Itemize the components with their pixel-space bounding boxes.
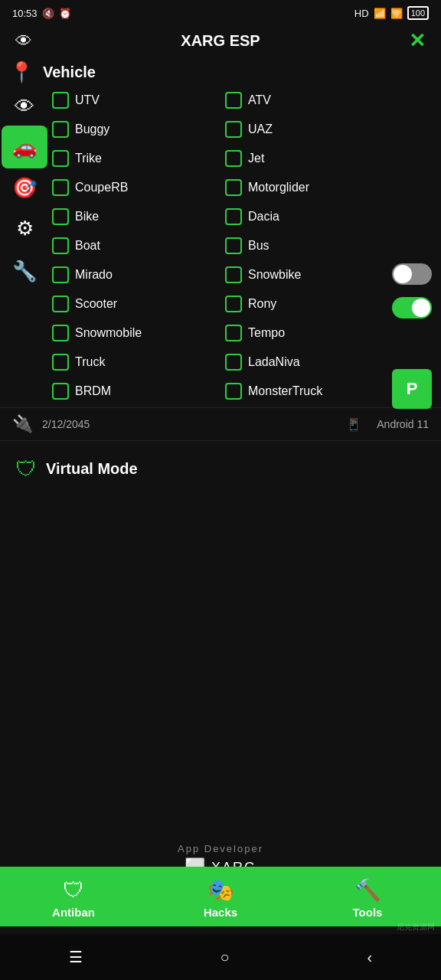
scooter-checkbox[interactable] bbox=[52, 296, 69, 312]
snowbike-checkbox[interactable] bbox=[225, 266, 242, 283]
shield-check-icon: 🛡 bbox=[15, 456, 37, 482]
list-item[interactable]: Jet bbox=[222, 145, 389, 172]
status-right: HD 📶 🛜 100 bbox=[354, 6, 429, 20]
status-left: 10:53 🔇 ⏰ bbox=[12, 8, 71, 19]
rony-label: Rony bbox=[248, 297, 276, 311]
trike-label: Trike bbox=[75, 152, 102, 165]
nav-item-tools[interactable]: 🔨 Tools bbox=[294, 867, 441, 926]
boat-checkbox[interactable] bbox=[52, 237, 69, 254]
p-button[interactable]: P bbox=[392, 369, 432, 409]
uaz-checkbox[interactable] bbox=[225, 121, 242, 138]
snowbike-toggle-container[interactable] bbox=[392, 297, 432, 318]
motorglider-checkbox[interactable] bbox=[225, 179, 242, 196]
monstertruck-checkbox[interactable] bbox=[225, 383, 242, 400]
snowbike-toggle[interactable] bbox=[392, 297, 432, 318]
location-icon: 📍 bbox=[9, 60, 34, 84]
mirado-checkbox[interactable] bbox=[52, 266, 69, 283]
left-info-text: 2/12/2045 bbox=[42, 418, 90, 430]
signal-icon: 📶 bbox=[374, 8, 386, 19]
bus-toggle-container[interactable] bbox=[392, 263, 432, 285]
wifi-icon: 🛜 bbox=[390, 8, 403, 19]
list-item[interactable]: UAZ bbox=[222, 116, 389, 142]
sidebar-item-target[interactable]: 🎯 bbox=[2, 168, 47, 207]
list-item[interactable]: Dacia bbox=[222, 204, 389, 230]
eye-header-icon[interactable]: 👁 bbox=[15, 31, 32, 51]
list-item[interactable]: Truck bbox=[49, 349, 216, 375]
vehicle-grid: UTV ATV Buggy UAZ Trike bbox=[49, 87, 389, 404]
vehicle-outer: 👁 🚗 🎯 ⚙ 🔧 UTV bbox=[0, 87, 441, 404]
dacia-checkbox[interactable] bbox=[225, 208, 242, 225]
bus-checkbox[interactable] bbox=[225, 237, 242, 254]
list-item[interactable]: LadaNiva bbox=[222, 349, 389, 375]
jet-label: Jet bbox=[248, 152, 264, 165]
list-item[interactable]: Rony bbox=[222, 291, 389, 317]
brdm-checkbox[interactable] bbox=[52, 383, 69, 400]
list-item[interactable]: Snowbike bbox=[222, 262, 389, 288]
list-item[interactable]: Buggy bbox=[49, 116, 216, 142]
bus-toggle[interactable] bbox=[392, 263, 432, 285]
list-item[interactable]: Trike bbox=[49, 145, 216, 172]
list-item[interactable]: Mirado bbox=[49, 262, 216, 288]
dacia-label: Dacia bbox=[248, 210, 279, 224]
home-button[interactable]: ○ bbox=[220, 949, 230, 966]
list-item[interactable]: MonsterTruck bbox=[222, 378, 389, 404]
sidebar-item-vehicle[interactable]: 🚗 bbox=[2, 126, 47, 168]
connection-icon: 🔌 bbox=[12, 414, 33, 434]
tempo-label: Tempo bbox=[248, 326, 285, 340]
snowbike-toggle-knob bbox=[412, 299, 430, 317]
hacks-icon: 🎭 bbox=[207, 877, 234, 903]
atv-label: ATV bbox=[248, 93, 271, 107]
couperb-checkbox[interactable] bbox=[52, 179, 69, 196]
target-icon: 🎯 bbox=[12, 176, 37, 200]
list-item[interactable]: Bike bbox=[49, 204, 216, 230]
bus-label: Bus bbox=[248, 239, 270, 253]
eye-sidebar-icon: 👁 bbox=[15, 95, 34, 119]
truck-label: Truck bbox=[75, 355, 105, 369]
list-item[interactable]: Scooter bbox=[49, 291, 216, 317]
list-item[interactable]: Boat bbox=[49, 233, 216, 259]
app-title: XARG ESP bbox=[32, 32, 409, 50]
list-item[interactable]: ATV bbox=[222, 87, 389, 113]
truck-checkbox[interactable] bbox=[52, 354, 69, 371]
antiban-label: Antiban bbox=[52, 906, 95, 919]
ladaniva-label: LadaNiva bbox=[248, 355, 300, 369]
tempo-checkbox[interactable] bbox=[225, 325, 242, 341]
list-item[interactable]: Snowmobile bbox=[49, 320, 216, 346]
nav-item-hacks[interactable]: 🎭 Hacks bbox=[147, 867, 294, 926]
sidebar-item-settings[interactable]: ⚙ bbox=[2, 207, 47, 250]
sidebar-item-eye[interactable]: 👁 bbox=[2, 87, 47, 126]
virtual-mode-label: Virtual Mode bbox=[46, 460, 138, 478]
gear-icon: ⚙ bbox=[16, 217, 34, 240]
trike-checkbox[interactable] bbox=[52, 150, 69, 167]
list-item[interactable]: CoupeRB bbox=[49, 175, 216, 201]
rony-checkbox[interactable] bbox=[225, 296, 242, 312]
vehicle-section-label: Vehicle bbox=[40, 64, 96, 81]
atv-checkbox[interactable] bbox=[225, 92, 242, 109]
mirado-label: Mirado bbox=[75, 268, 113, 282]
chip-icon: 🔧 bbox=[12, 260, 37, 283]
ladaniva-checkbox[interactable] bbox=[225, 354, 242, 371]
list-item[interactable]: Motorglider bbox=[222, 175, 389, 201]
boat-label: Boat bbox=[75, 239, 100, 253]
back-button[interactable]: ‹ bbox=[367, 949, 372, 966]
brdm-label: BRDM bbox=[75, 384, 111, 398]
list-item[interactable]: UTV bbox=[49, 87, 216, 113]
sidebar-item-chip[interactable]: 🔧 bbox=[2, 250, 47, 292]
menu-button[interactable]: ☰ bbox=[69, 948, 83, 966]
nav-item-antiban[interactable]: 🛡 Antiban bbox=[0, 867, 147, 926]
vehicle-grid-wrapper: UTV ATV Buggy UAZ Trike bbox=[49, 87, 435, 404]
buggy-checkbox[interactable] bbox=[52, 121, 69, 138]
bike-checkbox[interactable] bbox=[52, 208, 69, 225]
list-item[interactable]: Tempo bbox=[222, 320, 389, 346]
content-spacer bbox=[0, 494, 441, 785]
scooter-label: Scooter bbox=[75, 297, 117, 311]
list-item[interactable]: BRDM bbox=[49, 378, 216, 404]
utv-checkbox[interactable] bbox=[52, 92, 69, 109]
virtual-mode-section: 🛡 Virtual Mode bbox=[0, 444, 441, 494]
close-button[interactable]: ✕ bbox=[409, 29, 426, 53]
list-item[interactable]: Bus bbox=[222, 233, 389, 259]
jet-checkbox[interactable] bbox=[225, 150, 242, 167]
snowmobile-label: Snowmobile bbox=[75, 326, 142, 340]
snowmobile-checkbox[interactable] bbox=[52, 325, 69, 341]
watermark: 尼克资源网 bbox=[397, 922, 435, 933]
